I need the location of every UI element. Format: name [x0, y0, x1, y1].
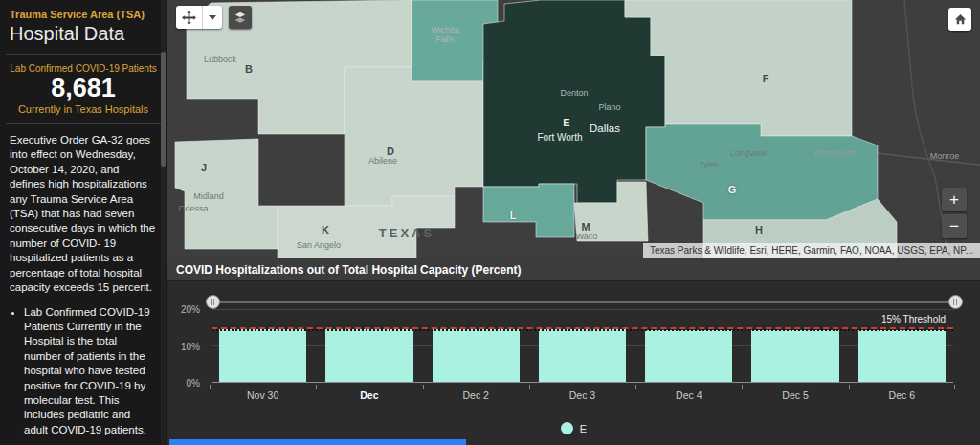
home-button[interactable]: [948, 8, 971, 31]
sidebar-kicker: Trauma Service Area (TSA): [10, 9, 157, 20]
tool-dropdown-button[interactable]: [203, 6, 222, 29]
horizontal-scrollbar[interactable]: [169, 439, 466, 445]
layers-icon: [234, 11, 247, 24]
map-basemap: [167, 0, 980, 258]
legend-dot: [561, 422, 573, 434]
zoom-out-button[interactable]: −: [942, 214, 967, 238]
tsa-map[interactable]: TEXAS BDEFGHJKLMLubbockWichita FallsDent…: [167, 0, 980, 258]
x-tick-label-Dec 5: Dec 5: [751, 385, 838, 401]
bar-Nov 30[interactable]: [219, 329, 306, 382]
y-tick-label: 20%: [181, 304, 200, 315]
x-tick-label-Nov 30: Nov 30: [219, 385, 306, 401]
zoom-controls: + −: [942, 188, 967, 238]
chart-x-axis: Nov 30DecDec 2Dec 3Dec 4Dec 5Dec 6: [212, 385, 953, 401]
region-D[interactable]: [345, 67, 483, 206]
x-tick-label-Dec 6: Dec 6: [858, 385, 946, 401]
map-attribution: Texas Parks & Wildlife, Esri, HERE, Garm…: [643, 243, 980, 258]
chevron-down-icon: [209, 15, 216, 20]
bar-cell: [751, 309, 838, 382]
move-arrows-icon: [182, 11, 196, 25]
legend-item-E[interactable]: E: [561, 422, 587, 434]
x-tick-label-Dec 2: Dec 2: [433, 385, 520, 401]
main-panel: TEXAS BDEFGHJKLMLubbockWichita FallsDent…: [167, 0, 980, 445]
bar-cell: [325, 309, 412, 382]
page-title: Hospital Data: [10, 23, 157, 45]
chart-body: 0%10%20% 15% Threshold Nov 30DecDec 2Dec…: [167, 281, 980, 445]
time-slider-track[interactable]: [206, 301, 963, 303]
chart-title: COVID Hospitalizations out of Total Hosp…: [167, 258, 980, 281]
time-slider-left-handle[interactable]: [206, 295, 220, 309]
executive-order-paragraph: Executive Order GA-32 goes into effect o…: [10, 133, 157, 295]
bar-Dec 4[interactable]: [645, 330, 732, 382]
pan-tool-button[interactable]: [176, 6, 202, 29]
x-tick-label-Dec: Dec: [325, 385, 412, 401]
sidebar-scrollbar-track[interactable]: [161, 0, 166, 445]
y-tick-label: 0%: [187, 378, 200, 389]
bar-Dec 3[interactable]: [539, 329, 626, 382]
stat-value: 8,681: [10, 74, 157, 103]
map-toolbar: [176, 6, 252, 29]
home-icon: [953, 12, 968, 27]
pan-tool-group: [176, 6, 222, 29]
x-tick-label-Dec 4: Dec 4: [645, 385, 732, 401]
dashboard: Trauma Service Area (TSA) Hospital Data …: [0, 0, 980, 445]
x-tick-label-Dec 3: Dec 3: [539, 385, 626, 401]
time-slider-right-handle[interactable]: [948, 295, 963, 309]
sidebar-scrollbar-thumb[interactable]: [161, 52, 166, 167]
threshold-label: 15% Threshold: [881, 314, 946, 324]
legend-label: E: [580, 423, 587, 434]
bar-cell: [539, 309, 626, 382]
bar-cell: [219, 309, 306, 382]
y-tick-label: 10%: [181, 341, 200, 351]
stat-label-bottom: Currently in Texas Hospitals: [10, 103, 157, 115]
bar-Dec 5[interactable]: [751, 330, 838, 382]
sidebar: Trauma Service Area (TSA) Hospital Data …: [0, 0, 167, 445]
bar-Dec 6[interactable]: [858, 330, 946, 382]
chart-plot-area: 15% Threshold: [212, 309, 953, 383]
region-E[interactable]: [483, 0, 665, 203]
hospitalizations-chart-panel: COVID Hospitalizations out of Total Hosp…: [167, 258, 980, 445]
chart-legend: E: [167, 422, 980, 434]
divider: [6, 123, 161, 124]
covid-patients-stat: Lab Confirmed COVID-19 Patients 8,681 Cu…: [10, 63, 157, 115]
zoom-in-button[interactable]: +: [942, 188, 967, 211]
layers-widget-button[interactable]: [229, 6, 252, 29]
bar-cell: [645, 309, 732, 382]
definition-item: Lab Confirmed COVID-19 Patients Currentl…: [24, 305, 157, 438]
chart-bars: [212, 309, 953, 382]
divider: [6, 54, 161, 55]
bar-Dec 2[interactable]: [433, 329, 520, 382]
bar-cell: [433, 309, 520, 382]
threshold-line: [212, 327, 953, 329]
stat-label-top: Lab Confirmed COVID-19 Patients: [10, 63, 157, 74]
bar-top-dotted-line: [212, 329, 953, 331]
definition-list: Lab Confirmed COVID-19 Patients Currentl…: [24, 305, 157, 438]
bar-Dec[interactable]: [325, 329, 412, 382]
chart-y-axis: 0%10%20%: [167, 309, 206, 383]
